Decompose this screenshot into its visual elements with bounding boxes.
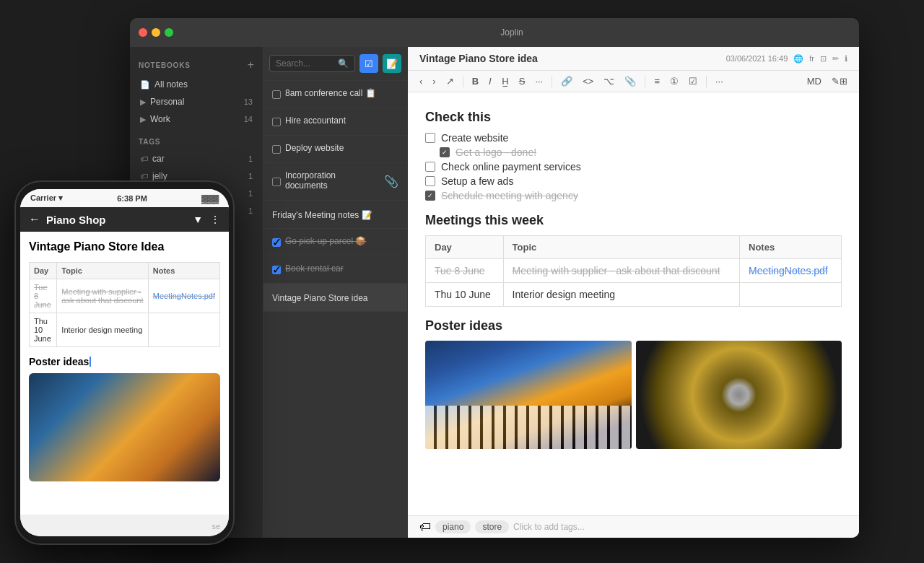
note-item-hire[interactable]: Hire accountant <box>263 108 407 136</box>
sidebar-item-all-notes[interactable]: 📄 All notes <box>130 76 263 93</box>
note-item-8am[interactable]: 8am conference call 📋 <box>263 81 407 108</box>
checklist-item-check-payment: Check online payment services <box>425 161 842 173</box>
tags-section: TAGS <box>130 134 263 150</box>
note-title-8am: 8am conference call 📋 <box>285 88 376 98</box>
attachment-button[interactable]: 📎 <box>620 74 640 89</box>
more-format-button[interactable]: ··· <box>531 74 547 89</box>
search-box[interactable]: 🔍 <box>269 55 355 72</box>
note-title-rental: Book rental car <box>285 263 344 274</box>
new-todo-button[interactable]: ☑ <box>359 54 378 73</box>
meetings-heading: Meetings this week <box>425 213 842 228</box>
note-item-deploy[interactable]: Deploy website <box>263 136 407 163</box>
phone-screen: Carrier ▾ 6:38 PM ▓▓▓ ← Piano Shop ▼ ⋮ V… <box>20 189 229 536</box>
chevron-right-icon: ▶ <box>140 97 146 107</box>
source-view-button[interactable]: MD <box>803 74 826 89</box>
add-notebook-button[interactable]: + <box>248 58 254 71</box>
phone-time: 6:38 PM <box>117 194 147 203</box>
sidebar-item-personal[interactable]: ▶ Personal 13 <box>130 93 263 110</box>
checkbox-rental[interactable]: ✓ <box>272 266 281 274</box>
note-item-friday[interactable]: Friday's Meeting notes 📝 <box>263 201 407 229</box>
link-button[interactable]: 🔗 <box>557 74 577 89</box>
phone-day-thu: Thu10June <box>30 313 57 347</box>
checklist-button[interactable]: ☑ <box>684 74 702 89</box>
bold-button[interactable]: B <box>468 74 483 89</box>
forward-button[interactable]: › <box>428 74 440 89</box>
editor-meta: 03/06/2021 16:49 🌐 fr ⊡ ✏ ℹ <box>726 54 847 64</box>
phone-notes-link[interactable]: MeetingNotes.pdf <box>153 292 215 300</box>
vinyl-visual <box>636 341 842 449</box>
maximize-button[interactable] <box>165 28 173 37</box>
more-button[interactable]: ··· <box>711 74 728 89</box>
code-button[interactable]: <> <box>578 74 598 89</box>
phone-dropdown-icon[interactable]: ▼ <box>193 214 203 225</box>
check-schedule-meeting[interactable]: ✓ <box>425 191 435 201</box>
note-item-rental[interactable]: ✓ Book rental car <box>263 256 407 284</box>
notebooks-label: NOTEBOOKS <box>139 61 191 69</box>
tag-chip-piano[interactable]: piano <box>435 520 471 533</box>
editor-footer: 🏷 piano store Click to add tags... <box>408 515 859 538</box>
new-note-button[interactable]: 📝 <box>383 54 401 73</box>
back-button[interactable]: ‹ <box>415 74 427 89</box>
tag-icon-car: 🏷 <box>140 154 148 163</box>
label-create-website: Create website <box>441 132 508 144</box>
phone-back-button[interactable]: ← <box>29 213 40 226</box>
code-block-button[interactable]: ⌥ <box>599 74 619 89</box>
external-link-button[interactable]: ↗ <box>442 74 458 89</box>
phone-day-tue: Tue 8June <box>30 279 57 313</box>
preview-button[interactable]: ✎⊞ <box>827 74 852 89</box>
check-get-logo[interactable]: ✓ <box>440 147 450 157</box>
checkbox-pickup[interactable]: ✓ <box>272 238 281 247</box>
traffic-lights <box>139 28 173 37</box>
editor-header: Vintage Piano Store idea 03/06/2021 16:4… <box>408 47 859 71</box>
note-item-incorporation[interactable]: Incorporation documents 📎 <box>263 163 407 201</box>
phone-poster-title: Poster ideas <box>29 356 220 367</box>
tag-car-label: car <box>152 154 165 164</box>
search-input[interactable] <box>276 58 335 69</box>
italic-button[interactable]: I <box>484 74 496 89</box>
expand-icon[interactable]: ⊡ <box>820 54 827 64</box>
checkbox-deploy[interactable] <box>272 145 281 154</box>
strikethrough-button[interactable]: S <box>515 74 530 89</box>
label-setup-ads: Setup a few ads <box>441 175 513 187</box>
close-button[interactable] <box>139 28 147 37</box>
ordered-list-button[interactable]: ① <box>666 74 683 89</box>
note-item-pickup[interactable]: ✓ Go pick-up parcel 📦 <box>263 229 407 256</box>
phone-nav-title: Piano Shop <box>46 214 187 226</box>
minimize-button[interactable] <box>152 28 160 37</box>
poster-heading: Poster ideas <box>425 318 842 333</box>
work-count: 14 <box>244 115 253 123</box>
tag-chip-store[interactable]: store <box>475 520 509 533</box>
table-cell-topic-thu: Interior design meeting <box>503 283 739 307</box>
note-item-vintage[interactable]: Vintage Piano Store idea <box>263 284 407 312</box>
edit-icon[interactable]: ✏ <box>832 54 839 64</box>
check-payment[interactable] <box>425 162 435 172</box>
notes-list: 🔍 ☑ 📝 8am conference call 📋 Hire account… <box>263 47 408 538</box>
sidebar-item-work[interactable]: ▶ Work 14 <box>130 110 263 128</box>
note-title-friday: Friday's Meeting notes 📝 <box>272 210 372 220</box>
toolbar-separator-1 <box>463 76 463 87</box>
meeting-notes-link[interactable]: MeetingNotes.pdf <box>749 265 828 276</box>
phone-menu-icon[interactable]: ⋮ <box>210 214 220 225</box>
tag-car-count: 1 <box>248 154 253 163</box>
phone-header-notes: Notes <box>148 263 219 279</box>
unordered-list-button[interactable]: ≡ <box>650 74 664 89</box>
phone-footer: se <box>20 515 229 536</box>
check-setup-ads[interactable] <box>425 176 435 186</box>
checklist-item-get-logo: ✓ Get a logo - done! <box>440 147 842 158</box>
toolbar-separator-3 <box>645 76 645 87</box>
globe-icon: 🌐 <box>793 54 803 64</box>
tag-icon: 🏷 <box>419 520 431 533</box>
poster-piano-image <box>425 341 632 449</box>
checklist-item-setup-ads: Setup a few ads <box>425 175 842 187</box>
checkbox-incorporation[interactable] <box>272 178 281 186</box>
add-tag-button[interactable]: Click to add tags... <box>513 522 585 532</box>
checkbox-8am[interactable] <box>272 90 281 99</box>
info-icon[interactable]: ℹ <box>845 54 847 64</box>
checkbox-hire[interactable] <box>272 118 281 126</box>
note-title-deploy: Deploy website <box>285 143 344 153</box>
check-create-website[interactable] <box>425 133 435 143</box>
highlight-button[interactable]: H̲ <box>497 74 513 89</box>
phone-battery: ▓▓▓ <box>201 194 219 203</box>
sidebar-item-tag-car[interactable]: 🏷 car 1 <box>130 150 263 167</box>
all-notes-label: All notes <box>154 79 188 90</box>
